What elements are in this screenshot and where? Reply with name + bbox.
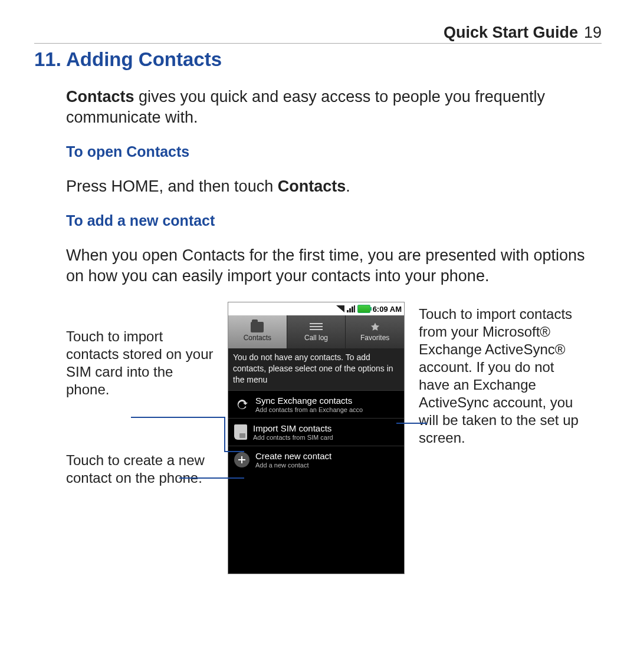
- guide-title: Quick Start Guide: [444, 24, 578, 42]
- battery-icon: [357, 305, 370, 313]
- intro-paragraph: Contacts gives you quick and easy access…: [66, 87, 602, 128]
- signal-bars-icon: [347, 305, 355, 312]
- menu-item-title: Sync Exchange contacts: [255, 396, 363, 406]
- menu-sync-exchange[interactable]: Sync Exchange contacts Add contacts from…: [228, 390, 404, 418]
- status-time: 6:09 AM: [373, 305, 402, 314]
- open-bold: Contacts: [278, 177, 346, 195]
- options-menu: Sync Exchange contacts Add contacts from…: [228, 390, 404, 473]
- menu-item-subtitle: Add a new contact: [255, 462, 331, 469]
- signal-3g-icon: [336, 305, 344, 312]
- callout-create: Touch to create a new contact on the pho…: [66, 452, 214, 487]
- open-post: .: [346, 177, 350, 195]
- open-contacts-body: Press HOME, and then touch Contacts.: [66, 176, 602, 197]
- phone-screenshot: 6:09 AM Contacts Call log: [228, 302, 405, 574]
- intro-lead: Contacts: [66, 88, 134, 106]
- menu-item-title: Import SIM contacts: [253, 423, 333, 433]
- callout-sim: Touch to import contacts stored on your …: [66, 328, 214, 398]
- section-title: Adding Contacts: [66, 48, 222, 70]
- sync-icon: [234, 397, 249, 412]
- tab-call-log[interactable]: Call log: [287, 315, 346, 348]
- tab-contacts[interactable]: Contacts: [228, 315, 287, 348]
- open-pre: Press HOME, and then touch: [66, 177, 278, 195]
- tab-label: Favorites: [360, 334, 389, 342]
- tab-label: Contacts: [244, 334, 271, 342]
- menu-import-sim[interactable]: Import SIM contacts Add contacts from SI…: [228, 418, 404, 446]
- connector-line: [131, 417, 225, 418]
- plus-icon: [234, 452, 249, 467]
- section-heading: 11.Adding Contacts: [34, 48, 602, 71]
- figure-area: Touch to import contacts stored on your …: [66, 302, 602, 574]
- folder-icon: [251, 322, 264, 332]
- connector-line: [224, 417, 225, 451]
- intro-rest: gives you quick and easy access to peopl…: [66, 88, 545, 126]
- section-number: 11.: [34, 48, 66, 71]
- menu-item-title: Create new contact: [255, 451, 331, 461]
- connector-line: [179, 477, 244, 479]
- tab-label: Call log: [304, 334, 328, 342]
- menu-item-subtitle: Add contacts from SIM card: [253, 434, 333, 441]
- tab-favorites[interactable]: Favorites: [346, 315, 404, 348]
- connector-line: [396, 423, 427, 424]
- add-contact-heading: To add a new contact: [66, 212, 602, 229]
- tab-bar: Contacts Call log Favorites: [228, 315, 404, 348]
- menu-create-contact[interactable]: Create new contact Add a new contact: [228, 446, 404, 473]
- phone-blank-area: [228, 473, 404, 574]
- empty-contacts-message: You do not have any contacts. To add con…: [228, 348, 404, 390]
- sim-card-icon: [234, 424, 247, 440]
- page-header: Quick Start Guide 19: [34, 24, 602, 44]
- callout-exchange: Touch to import contacts from your Micro…: [419, 305, 584, 447]
- open-contacts-heading: To open Contacts: [66, 143, 602, 160]
- page-number: 19: [584, 24, 602, 42]
- add-contact-body: When you open Contacts for the first tim…: [66, 245, 602, 286]
- list-icon: [310, 322, 323, 332]
- star-icon: [369, 322, 382, 332]
- menu-item-subtitle: Add contacts from an Exchange acco: [255, 406, 363, 413]
- status-bar: 6:09 AM: [228, 302, 404, 315]
